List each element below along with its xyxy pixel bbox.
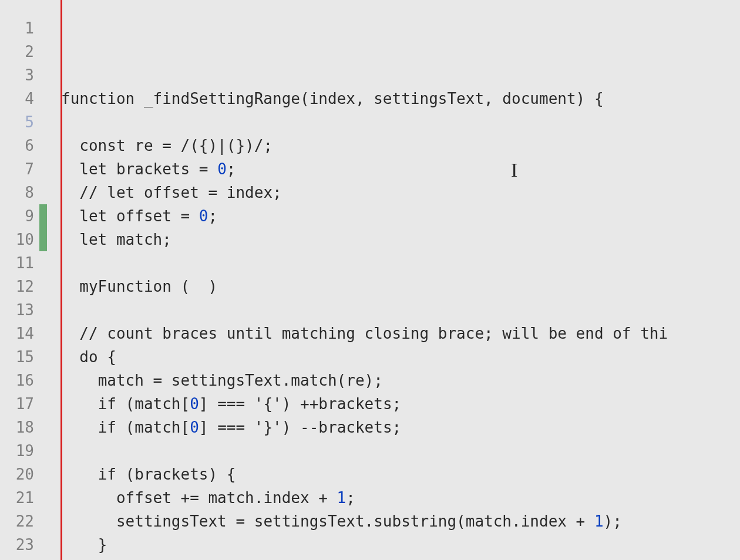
- line-number: 14: [0, 322, 47, 345]
- code-line[interactable]: // let offset = index;: [47, 181, 740, 204]
- code-line[interactable]: [47, 110, 740, 134]
- code-line[interactable]: [47, 298, 740, 322]
- code-line[interactable]: myFunction ( ): [47, 275, 740, 298]
- line-number: 17: [0, 392, 47, 416]
- line-number: 5: [0, 110, 47, 134]
- line-number: 20: [0, 463, 47, 486]
- line-number: 19: [0, 439, 47, 463]
- line-number: 18: [0, 416, 47, 439]
- line-number: 22: [0, 510, 47, 533]
- line-number: 2: [0, 40, 47, 63]
- code-line[interactable]: offset += match.index + 1;: [47, 486, 740, 510]
- line-number: 16: [0, 369, 47, 392]
- code-line[interactable]: }: [47, 533, 740, 556]
- line-number-gutter: 1234567891011121314151617181920212223: [0, 0, 47, 560]
- code-line[interactable]: [47, 439, 740, 463]
- code-line[interactable]: settingsText = settingsText.substring(ma…: [47, 510, 740, 533]
- line-number: 3: [0, 63, 47, 87]
- code-line[interactable]: let brackets = 0;: [47, 157, 740, 181]
- margin-ruler: [60, 0, 62, 560]
- line-number: 13: [0, 298, 47, 322]
- line-number: 12: [0, 275, 47, 298]
- code-line[interactable]: if (brackets) {: [47, 463, 740, 486]
- line-number: 4: [0, 87, 47, 110]
- line-number: 8: [0, 181, 47, 204]
- code-line[interactable]: if (match[0] === '{') ++brackets;: [47, 392, 740, 416]
- line-number: 15: [0, 345, 47, 369]
- code-line[interactable]: // count braces until matching closing b…: [47, 322, 740, 345]
- line-number: 11: [0, 251, 47, 275]
- code-line[interactable]: do {: [47, 345, 740, 369]
- line-number: 1: [0, 16, 47, 40]
- code-line[interactable]: let offset = 0;: [47, 204, 740, 228]
- code-editor[interactable]: 1234567891011121314151617181920212223 fu…: [0, 0, 740, 560]
- line-number: 23: [0, 533, 47, 556]
- code-line[interactable]: [47, 251, 740, 275]
- code-line[interactable]: else offset += match.index;: [47, 556, 740, 560]
- code-area[interactable]: function _findSettingRange(index, settin…: [47, 0, 740, 560]
- line-number: 7: [0, 157, 47, 181]
- code-line[interactable]: const re = /({)|(})/;: [47, 134, 740, 157]
- diff-added-marker: [39, 204, 47, 251]
- line-number: 21: [0, 486, 47, 510]
- code-line[interactable]: function _findSettingRange(index, settin…: [47, 87, 740, 110]
- code-line[interactable]: if (match[0] === '}') --brackets;: [47, 416, 740, 439]
- code-line[interactable]: match = settingsText.match(re);: [47, 369, 740, 392]
- code-line[interactable]: let match;: [47, 228, 740, 251]
- line-number: 6: [0, 134, 47, 157]
